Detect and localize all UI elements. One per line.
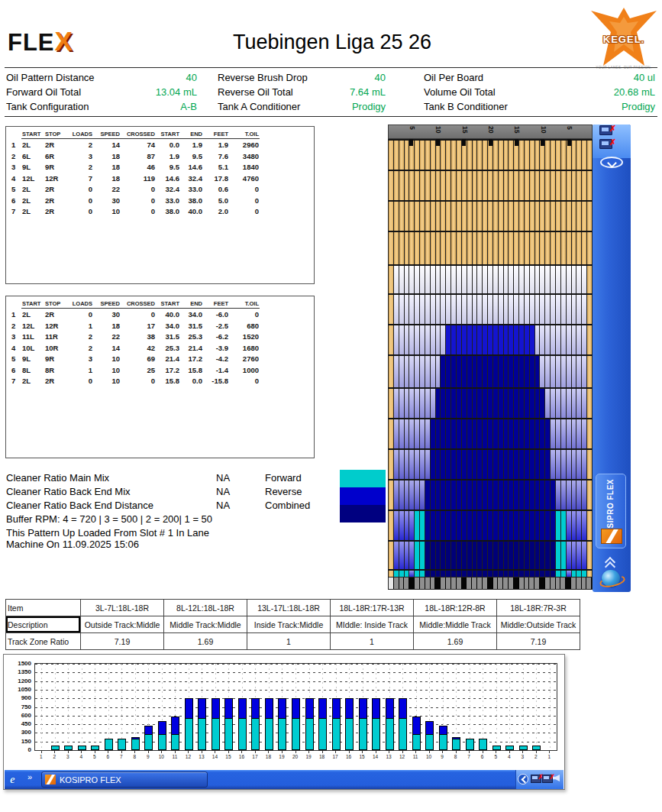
column-header: LOADS bbox=[70, 130, 93, 139]
lane-board bbox=[535, 542, 541, 569]
tray-collapse-button[interactable] bbox=[518, 774, 528, 785]
lane-board bbox=[473, 232, 478, 264]
sidebar-collapse-button[interactable] bbox=[600, 157, 623, 168]
zone-row-label[interactable]: Description bbox=[6, 616, 81, 633]
y-axis-label: 150 bbox=[5, 738, 31, 745]
internet-globe-icon[interactable] bbox=[602, 570, 620, 587]
bottom-ruler-cell bbox=[483, 577, 488, 589]
lane-board bbox=[389, 295, 394, 324]
lane-board bbox=[551, 325, 556, 354]
lane-board bbox=[504, 171, 509, 200]
lane-board bbox=[504, 266, 509, 293]
lane-board bbox=[425, 480, 431, 510]
lane-board bbox=[499, 202, 504, 231]
cleaner-ratio-value: NA bbox=[216, 472, 230, 484]
zone-table-row: Track Zone Ratio7.191.69111.697.19 bbox=[6, 633, 580, 650]
lane-board bbox=[545, 266, 551, 293]
lane-board bbox=[582, 511, 587, 540]
lane-board bbox=[409, 171, 415, 200]
column-header: FEET bbox=[203, 130, 229, 139]
lane-board bbox=[409, 266, 415, 293]
tray-network-icon[interactable]: ✗ bbox=[531, 775, 541, 783]
lane-board bbox=[451, 511, 457, 540]
bar-reverse bbox=[305, 698, 314, 719]
lane-board bbox=[420, 356, 425, 387]
network-disconnected-icon[interactable]: ✗ bbox=[599, 125, 612, 135]
lane-board bbox=[493, 202, 499, 231]
lane-board bbox=[525, 266, 530, 293]
lane-board bbox=[561, 419, 567, 448]
kegel-logo-text: KEGEL. bbox=[589, 34, 658, 45]
board-number-label: 15 bbox=[515, 126, 519, 139]
lane-board bbox=[399, 389, 405, 418]
lane-board bbox=[545, 389, 551, 418]
taskbar-task-button[interactable]: KOSIPRO FLEX bbox=[41, 772, 208, 788]
bottom-ruler-cell bbox=[525, 577, 530, 589]
board-ruler-top: 510152015105 bbox=[388, 125, 593, 139]
lane-board bbox=[556, 480, 561, 510]
lane-board bbox=[409, 511, 415, 540]
bottom-ruler-cell bbox=[446, 577, 451, 589]
bar-reverse bbox=[359, 698, 367, 719]
buffer-rpm-note: Buffer RPM: 4 = 720 | 3 = 500 | 2 = 200|… bbox=[6, 513, 212, 525]
lane-board bbox=[409, 295, 415, 324]
sidebar-app-button[interactable]: KOSIPRO FLEX bbox=[596, 474, 626, 548]
lane-board-grid bbox=[388, 139, 593, 577]
bar-forward bbox=[466, 739, 474, 750]
v-gridline bbox=[55, 664, 56, 750]
lane-board bbox=[530, 511, 535, 540]
lane-board bbox=[535, 171, 541, 200]
desktop-sidebar: ✗ ✗ KOSIPRO FLEX bbox=[593, 125, 631, 592]
x-axis-tick bbox=[376, 751, 376, 753]
lane-board bbox=[405, 141, 410, 170]
lane-oil-pattern-graphic: 510152015105 bbox=[388, 125, 593, 590]
bottom-ruler-cell bbox=[488, 577, 493, 589]
ie-quicklaunch-icon[interactable]: e bbox=[10, 773, 15, 786]
lane-board bbox=[587, 419, 593, 448]
bar-forward bbox=[519, 746, 528, 750]
lane-board bbox=[587, 202, 593, 231]
quicklaunch-overflow-chevron[interactable]: » bbox=[27, 772, 32, 781]
lane-board bbox=[572, 295, 577, 324]
divider-bottom bbox=[5, 116, 657, 117]
zone-cell: 1 bbox=[247, 633, 331, 650]
x-axis-label: 10 bbox=[157, 754, 166, 759]
legend-label: Reverse bbox=[265, 486, 302, 497]
lane-board bbox=[561, 450, 567, 479]
lane-board bbox=[399, 266, 405, 293]
lane-board bbox=[556, 389, 561, 418]
lane-board bbox=[420, 389, 425, 418]
lane-board bbox=[488, 542, 493, 569]
sidebar-expand-button[interactable] bbox=[606, 558, 614, 568]
lane-board bbox=[467, 232, 473, 264]
tray-network-icon[interactable]: ✗ bbox=[542, 775, 553, 783]
network-disconnected-icon[interactable]: ✗ bbox=[599, 139, 612, 149]
lane-board bbox=[399, 571, 405, 577]
lane-board bbox=[467, 141, 473, 170]
x-axis-tick bbox=[121, 751, 122, 753]
lane-board bbox=[504, 389, 509, 418]
lane-board bbox=[389, 141, 394, 170]
lane-board bbox=[572, 202, 577, 231]
column-header: START bbox=[21, 299, 44, 309]
bar-forward bbox=[399, 718, 407, 750]
bar-forward bbox=[372, 718, 380, 750]
lane-board bbox=[509, 571, 514, 577]
lane-board bbox=[389, 266, 394, 293]
lane-board bbox=[473, 202, 478, 231]
lane-board bbox=[431, 171, 436, 200]
lane-board bbox=[405, 202, 410, 231]
bottom-ruler-cell bbox=[509, 577, 514, 589]
lane-board bbox=[462, 266, 467, 293]
lane-board bbox=[394, 295, 399, 324]
lane-board bbox=[394, 325, 399, 354]
lane-row bbox=[389, 231, 593, 264]
x-axis-label: 20 bbox=[291, 754, 300, 759]
lane-board bbox=[488, 419, 493, 448]
lane-board bbox=[446, 389, 451, 418]
bar-reverse bbox=[171, 717, 179, 735]
lane-board bbox=[425, 542, 431, 569]
lane-board bbox=[467, 325, 473, 354]
lane-board bbox=[462, 202, 467, 231]
lane-board bbox=[425, 295, 431, 324]
